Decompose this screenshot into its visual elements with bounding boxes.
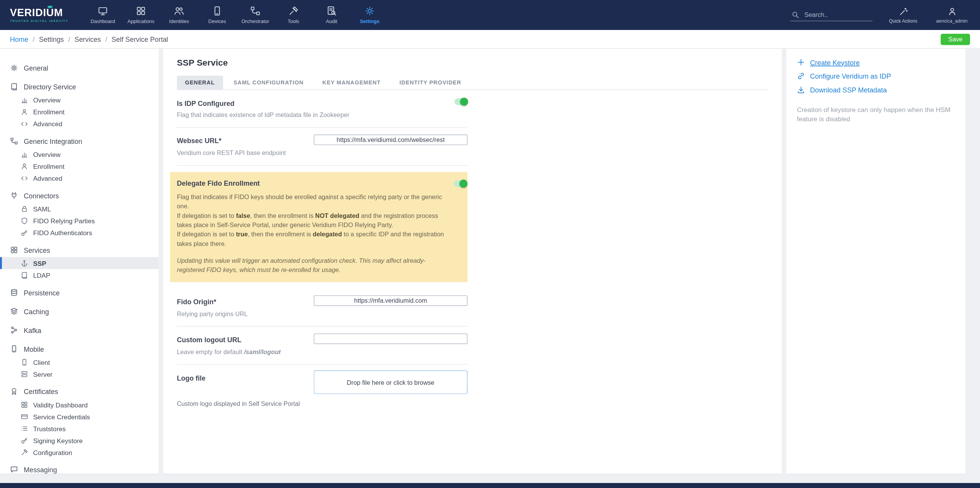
field-description: Leave empty for default /saml/logout <box>177 348 468 357</box>
sidebar-item-directory-enrollment[interactable]: Enrollment <box>0 106 159 118</box>
settings-sidebar: General Directory Service Overview Enrol… <box>0 49 159 473</box>
sidebar-item-generic-overview[interactable]: Overview <box>0 148 159 160</box>
top-navbar: VERIDIUM TRUSTED DIGITAL IDENTITY Dashbo… <box>0 0 980 30</box>
nav-item-devices[interactable]: Devices <box>198 0 236 30</box>
audit-icon <box>326 6 337 16</box>
search-box <box>790 9 872 21</box>
sidebar-item-services[interactable]: Services <box>0 243 159 257</box>
delegate-fido-enrollment-toggle[interactable] <box>454 180 467 187</box>
fido-origin-input[interactable] <box>314 295 468 306</box>
sidebar-item-configuration[interactable]: Configuration <box>0 446 159 458</box>
configure-veridium-idp-link[interactable]: Configure Veridium as IDP <box>797 72 955 80</box>
server-icon <box>21 370 28 378</box>
sidebar-item-ssp[interactable]: SSP <box>0 257 159 269</box>
wrench-icon <box>21 448 28 456</box>
certificate-icon <box>10 387 18 395</box>
sidebar-item-persistence[interactable]: Persistence <box>0 285 159 300</box>
field-fido-origin: Fido Origin* Relying party origins URL <box>177 289 468 326</box>
sidebar-item-connectors[interactable]: Connectors <box>0 188 159 203</box>
nav-item-identities[interactable]: Identities <box>160 0 198 30</box>
save-button[interactable]: Save <box>941 33 970 45</box>
logo-file-dropzone[interactable]: Drop file here or click to browse <box>314 370 468 394</box>
sidebar-item-generic-integration[interactable]: Generic Integration <box>0 134 159 148</box>
sidebar-item-saml[interactable]: SAML <box>0 203 159 214</box>
sidebar-item-directory-advanced[interactable]: Advanced <box>0 118 159 130</box>
sidebar-item-certificates[interactable]: Certificates <box>0 384 159 399</box>
sidebar-item-directory-overview[interactable]: Overview <box>0 94 159 106</box>
dropzone-label: Drop file here or click to browse <box>347 379 434 386</box>
applications-icon <box>136 6 146 16</box>
app-root: VERIDIUM TRUSTED DIGITAL IDENTITY Dashbo… <box>0 0 980 488</box>
identities-icon <box>174 6 184 16</box>
is-idp-configured-toggle[interactable] <box>455 98 468 105</box>
footer-bar <box>0 483 980 488</box>
field-description: Flag that indicates if FIDO keys should … <box>177 192 461 249</box>
main-nav: Dashboard Applications Identities Device… <box>84 0 389 30</box>
sidebar-item-fido-authenticators[interactable]: FIDO Authenticators <box>0 226 159 238</box>
content-area: General Directory Service Overview Enrol… <box>0 49 980 473</box>
breadcrumb-bar: Home / Settings / Services / Self Servic… <box>0 30 980 49</box>
user-icon <box>947 7 956 16</box>
nav-item-orchestrator[interactable]: Orchestrator <box>236 0 274 30</box>
sidebar-item-server[interactable]: Server <box>0 368 159 380</box>
user-menu[interactable]: aencica_admin <box>934 7 970 23</box>
phone-icon <box>10 345 18 353</box>
anchor-icon <box>21 259 28 267</box>
nav-item-tools[interactable]: Tools <box>274 0 312 30</box>
grid-icon <box>10 246 18 254</box>
breadcrumb-separator: / <box>33 35 34 43</box>
quick-actions-button[interactable]: Quick Actions <box>885 7 921 23</box>
sidebar-item-generic-advanced[interactable]: Advanced <box>0 172 159 184</box>
nav-item-audit[interactable]: Audit <box>312 0 350 30</box>
custom-logout-url-input[interactable] <box>314 333 468 344</box>
gear-icon <box>10 64 18 72</box>
sidebar-item-caching[interactable]: Caching <box>0 304 159 319</box>
sidebar-item-mobile[interactable]: Mobile <box>0 341 159 356</box>
chat-icon <box>10 465 18 473</box>
field-label: Custom logout URL <box>177 335 314 343</box>
code-icon <box>21 120 28 127</box>
sidebar-item-kafka[interactable]: Kafka <box>0 323 159 337</box>
breadcrumb-settings[interactable]: Settings <box>39 35 64 43</box>
field-websec-url: Websec URL* Veridium core REST API base … <box>177 128 468 166</box>
user-icon <box>21 108 28 115</box>
tab-identity-provider[interactable]: IDENTITY PROVIDER <box>391 76 469 89</box>
sidebar-item-signing-keystore[interactable]: Signing Keystore <box>0 434 159 446</box>
sidebar-item-messaging[interactable]: Messaging <box>0 462 159 473</box>
tab-general[interactable]: GENERAL <box>177 76 223 89</box>
breadcrumb-current: Self Service Portal <box>112 35 168 43</box>
dashboard-icon <box>97 6 108 16</box>
sidebar-item-truststores[interactable]: Truststores <box>0 422 159 434</box>
ssp-tabs: GENERAL SAML CONFIGURATION KEY MANAGEMEN… <box>177 76 768 90</box>
breadcrumb-home[interactable]: Home <box>10 35 28 43</box>
sidebar-item-client[interactable]: Client <box>0 356 159 368</box>
sidebar-item-fido-relying-parties[interactable]: FIDO Relying Parties <box>0 214 159 226</box>
tab-saml-configuration[interactable]: SAML CONFIGURATION <box>225 76 312 89</box>
kafka-icon <box>10 326 18 334</box>
sidebar-item-ldap[interactable]: LDAP <box>0 269 159 281</box>
create-keystore-link[interactable]: Create Keystore <box>797 58 955 66</box>
shield-icon <box>21 217 28 224</box>
search-input[interactable] <box>803 11 872 19</box>
tab-key-management[interactable]: KEY MANAGEMENT <box>314 76 389 89</box>
websec-url-input[interactable] <box>314 135 468 145</box>
nav-item-applications[interactable]: Applications <box>122 0 160 30</box>
key-icon <box>21 229 28 236</box>
link-icon <box>797 72 805 80</box>
layers-icon <box>10 307 18 315</box>
nav-item-dashboard[interactable]: Dashboard <box>84 0 122 30</box>
sidebar-item-validity-dashboard[interactable]: Validity Dashboard <box>0 399 159 411</box>
sidebar-item-service-credentials[interactable]: Service Credentials <box>0 411 159 422</box>
sidebar-item-generic-enrollment[interactable]: Enrollment <box>0 160 159 172</box>
sidebar-item-general[interactable]: General <box>0 61 159 75</box>
nav-item-settings[interactable]: Settings <box>351 0 389 30</box>
breadcrumb-separator: / <box>105 35 107 43</box>
breadcrumb-services[interactable]: Services <box>74 35 101 43</box>
veridium-logo[interactable]: VERIDIUM TRUSTED DIGITAL IDENTITY <box>10 8 70 22</box>
field-description: Veridium core REST API base endpoint <box>177 149 468 158</box>
book-icon <box>21 271 28 279</box>
sidebar-item-directory-service[interactable]: Directory Service <box>0 79 159 94</box>
navbar-right: Quick Actions aencica_admin <box>790 7 970 23</box>
field-label: Fido Origin* <box>177 297 314 305</box>
download-ssp-metadata-link[interactable]: Download SSP Metadata <box>797 86 955 94</box>
